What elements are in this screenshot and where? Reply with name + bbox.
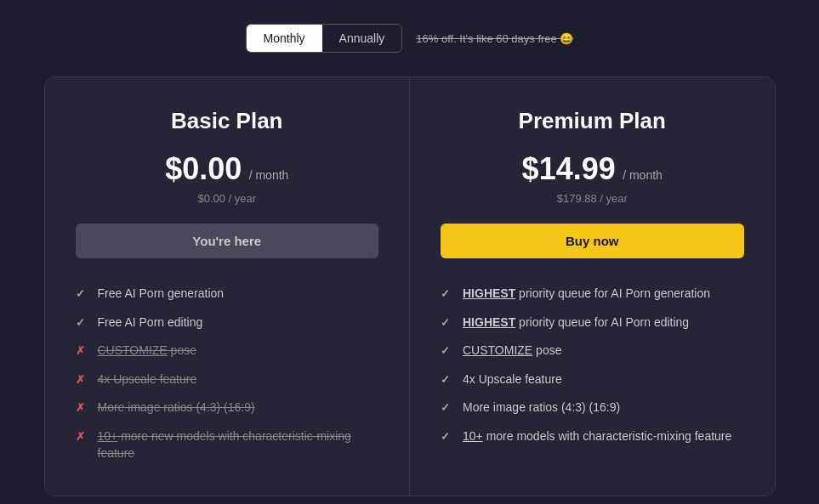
list-item: ✗ 10+ more new models with characteristi… <box>76 428 379 462</box>
feature-text: 10+ more new models with characteristic-… <box>98 428 379 462</box>
feature-text: 4x Upscale feature <box>463 371 562 388</box>
check-icon: ✓ <box>441 286 454 302</box>
list-item: ✗ CUSTOMIZE pose <box>76 343 379 360</box>
check-icon: ✓ <box>441 429 454 445</box>
basic-plan-title: Basic Plan <box>76 108 379 134</box>
feature-text: More image ratios (4:3) (16:9) <box>463 399 620 416</box>
premium-action-button[interactable]: Buy now <box>441 224 744 258</box>
check-icon: ✓ <box>441 372 454 388</box>
feature-text: HIGHEST priority queue for AI Porn editi… <box>463 314 689 331</box>
basic-price-row: $0.00 / month <box>76 151 379 187</box>
discount-text: 16% off. It's like 60 days free 😄 <box>416 32 573 45</box>
discount-badge: 16% off. It's like 60 days free 😄 <box>416 32 573 45</box>
basic-plan-card: Basic Plan $0.00 / month $0.00 / year Yo… <box>45 77 411 496</box>
check-icon: ✓ <box>441 315 454 331</box>
list-item: ✗ 4x Upscale feature <box>76 371 379 388</box>
feature-text: CUSTOMIZE pose <box>463 343 561 360</box>
list-item: ✓ 4x Upscale feature <box>441 371 744 388</box>
premium-features-list: ✓ HIGHEST priority queue for AI Porn gen… <box>441 286 744 445</box>
premium-plan-card: Premium Plan $14.99 / month $179.88 / ye… <box>410 77 775 496</box>
basic-yearly-price: $0.00 / year <box>76 192 379 205</box>
feature-text: 4x Upscale feature <box>98 371 197 388</box>
plans-container: Basic Plan $0.00 / month $0.00 / year Yo… <box>44 76 776 496</box>
premium-price-period: / month <box>623 168 663 182</box>
list-item: ✓ 10+ more models with characteristic-mi… <box>441 428 744 445</box>
cross-icon: ✗ <box>76 400 89 416</box>
basic-action-button[interactable]: You're here <box>76 224 379 258</box>
basic-price: $0.00 <box>165 151 242 186</box>
billing-toggle: Monthly Annually 16% off. It's like 60 d… <box>246 24 574 53</box>
list-item: ✓ More image ratios (4:3) (16:9) <box>441 399 744 416</box>
list-item: ✓ HIGHEST priority queue for AI Porn gen… <box>441 286 744 303</box>
feature-text: More image ratios (4:3) (16:9) <box>98 399 255 416</box>
check-icon: ✓ <box>76 286 89 302</box>
cross-icon: ✗ <box>76 429 89 445</box>
feature-text: HIGHEST priority queue for AI Porn gener… <box>463 286 710 303</box>
basic-features-list: ✓ Free AI Porn generation ✓ Free AI Porn… <box>76 286 379 462</box>
feature-text: Free AI Porn editing <box>98 314 203 331</box>
basic-price-period: / month <box>249 168 289 182</box>
premium-yearly-price: $179.88 / year <box>441 192 744 205</box>
check-icon: ✓ <box>76 315 89 331</box>
annually-toggle-button[interactable]: Annually <box>322 25 402 52</box>
list-item: ✗ More image ratios (4:3) (16:9) <box>76 399 379 416</box>
feature-text: CUSTOMIZE pose <box>98 343 196 360</box>
monthly-toggle-button[interactable]: Monthly <box>247 25 322 52</box>
feature-text: Free AI Porn generation <box>98 286 225 303</box>
list-item: ✓ Free AI Porn editing <box>76 314 379 331</box>
premium-price: $14.99 <box>522 151 616 186</box>
list-item: ✓ CUSTOMIZE pose <box>441 343 744 360</box>
feature-text: 10+ more models with characteristic-mixi… <box>463 428 731 445</box>
cross-icon: ✗ <box>76 343 89 359</box>
list-item: ✓ Free AI Porn generation <box>76 286 379 303</box>
check-icon: ✓ <box>441 343 454 359</box>
list-item: ✓ HIGHEST priority queue for AI Porn edi… <box>441 314 744 331</box>
check-icon: ✓ <box>441 400 454 416</box>
toggle-buttons: Monthly Annually <box>246 24 403 53</box>
cross-icon: ✗ <box>76 372 89 388</box>
premium-plan-title: Premium Plan <box>441 108 744 134</box>
premium-price-row: $14.99 / month <box>441 151 744 187</box>
